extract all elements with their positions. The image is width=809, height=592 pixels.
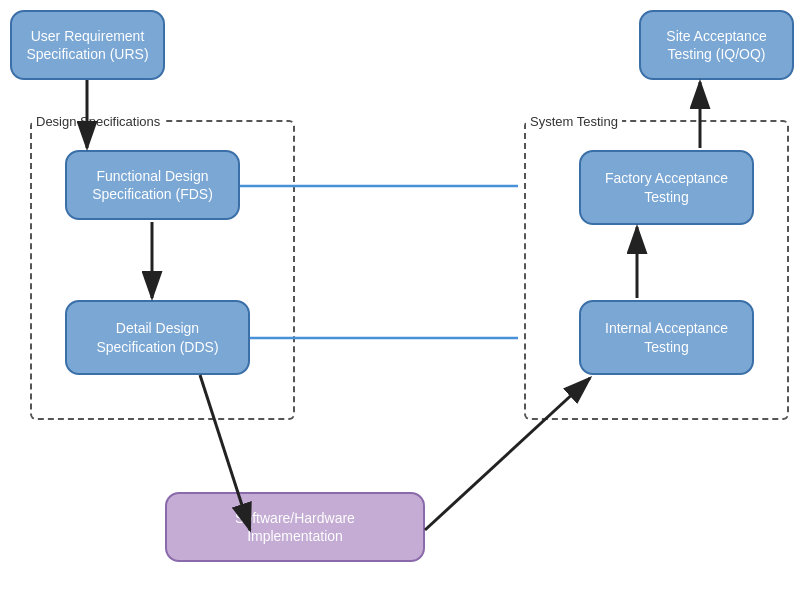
diagram: Design Specifications System Testing Use… [0, 0, 809, 592]
fds-label: Functional DesignSpecification (FDS) [92, 167, 213, 203]
fds-node: Functional DesignSpecification (FDS) [65, 150, 240, 220]
design-specs-label: Design Specifications [32, 114, 164, 129]
iat-node: Internal AcceptanceTesting [579, 300, 754, 375]
sat-node: Site AcceptanceTesting (IQ/OQ) [639, 10, 794, 80]
system-testing-label: System Testing [526, 114, 622, 129]
sat-label: Site AcceptanceTesting (IQ/OQ) [666, 27, 766, 63]
urs-node: User RequirementSpecification (URS) [10, 10, 165, 80]
iat-label: Internal AcceptanceTesting [605, 319, 728, 355]
dds-node: Detail DesignSpecification (DDS) [65, 300, 250, 375]
sw-label: Software/HardwareImplementation [235, 509, 355, 545]
fat-label: Factory AcceptanceTesting [605, 169, 728, 205]
sw-node: Software/HardwareImplementation [165, 492, 425, 562]
urs-label: User RequirementSpecification (URS) [26, 27, 148, 63]
fat-node: Factory AcceptanceTesting [579, 150, 754, 225]
dds-label: Detail DesignSpecification (DDS) [96, 319, 218, 355]
